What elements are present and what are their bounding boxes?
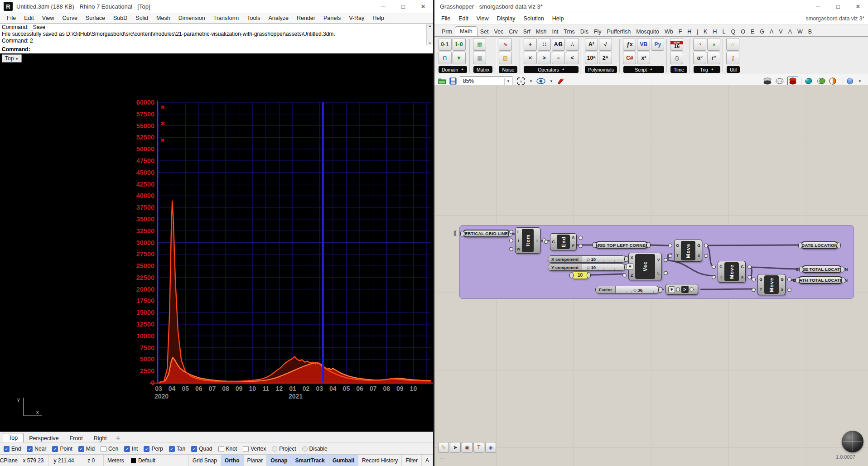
osnap-point[interactable]: ✓Point	[52, 446, 72, 452]
top-viewport[interactable]: Top▼ 02500500075001000012500150001750020…	[0, 53, 433, 432]
osnap-perp[interactable]: ✓Perp	[144, 446, 163, 452]
tab-a-24[interactable]: A	[767, 27, 776, 36]
status-cell-5[interactable]: Default	[128, 455, 189, 466]
zoom-level-combo[interactable]: 85% ▼	[460, 76, 512, 86]
display-quality-icon[interactable]	[846, 77, 854, 85]
zoom-extents-icon[interactable]: x	[517, 77, 525, 85]
component-move-move3[interactable]: GTMoveGX	[757, 274, 786, 295]
menu-transform[interactable]: Transform	[209, 15, 243, 21]
slider-factor[interactable]: Factor◇ 36	[595, 286, 660, 293]
custom-preview-icon[interactable]	[804, 77, 813, 85]
param-pill-gtlc[interactable]: GRID TOP LEFT CORNER	[595, 241, 648, 249]
osnap-near[interactable]: ✓Near	[27, 446, 46, 452]
slider-thumb[interactable]: ◇ 10	[587, 265, 596, 270]
tab-h-18[interactable]: H	[710, 27, 719, 36]
output-port-i[interactable]: i	[534, 238, 540, 243]
tab-a-26[interactable]: A	[786, 27, 795, 36]
ribbon-group-label-util[interactable]: Util	[727, 66, 740, 73]
output-port-G[interactable]: G	[779, 277, 785, 282]
osnap-disable[interactable]: Disable	[302, 446, 328, 452]
menu-help[interactable]: Help	[548, 15, 568, 22]
open-file-icon[interactable]	[438, 77, 446, 85]
menu-solution[interactable]: Solution	[520, 15, 548, 22]
slider-thumb[interactable]: ◇ 10	[587, 257, 596, 262]
component-move-move2[interactable]: GTMoveGX	[718, 261, 746, 283]
noise-graph-icon[interactable]: ∿	[499, 38, 512, 51]
menu-file[interactable]: File	[3, 15, 20, 21]
menu-subd[interactable]: SubD	[109, 15, 131, 21]
menu-curve[interactable]: Curve	[58, 15, 82, 21]
viewport-tab-front[interactable]: Front	[64, 434, 88, 443]
osnap-quad[interactable]: ✓Quad	[191, 446, 212, 452]
preview-eye-icon[interactable]	[536, 78, 545, 84]
ribbon-group-label-script[interactable]: Script✦	[623, 66, 664, 73]
status-toggle-filter[interactable]: Filter	[402, 455, 422, 466]
input-port-G[interactable]: G	[675, 243, 680, 248]
slider-sy[interactable]: Y component◇ 10	[548, 264, 626, 271]
multiplication-icon[interactable]: ✕	[524, 52, 537, 64]
smooth-numbers-icon[interactable]: ʃ	[726, 52, 739, 64]
maximize-button[interactable]: □	[393, 0, 413, 13]
menu-solid[interactable]: Solid	[131, 15, 152, 21]
param-pill-vgl[interactable]: VERTICAL GRID LINES	[463, 230, 510, 237]
smaller-than-icon[interactable]: <	[566, 52, 579, 64]
radians-icon[interactable]: r°	[707, 52, 720, 64]
checkbox-checked[interactable]: ✓	[124, 446, 130, 452]
close-button[interactable]: ✕	[848, 0, 868, 13]
output-port-V[interactable]: V	[690, 287, 693, 292]
deconstruct-domain-icon[interactable]: 1·0	[453, 38, 466, 51]
vb-script-icon[interactable]: VB	[637, 38, 650, 51]
degrees-icon[interactable]: α°	[693, 52, 706, 64]
viewport-tab-perspective[interactable]: Perspective	[24, 434, 64, 443]
tab-v-25[interactable]: V	[776, 27, 785, 36]
similarity-icon[interactable]: ∷	[538, 38, 551, 51]
scroll-down-icon[interactable]: ▼	[429, 42, 432, 45]
tab-h-15[interactable]: H	[685, 27, 694, 36]
tab-j-16[interactable]: j	[694, 27, 701, 36]
menu-view[interactable]: View	[473, 15, 493, 22]
component-move-move1[interactable]: GTMoveGX	[674, 240, 702, 262]
tab-e-22[interactable]: E	[748, 27, 757, 36]
number-panel-ten[interactable]: 10	[572, 271, 588, 279]
menu-display[interactable]: Display	[493, 15, 520, 22]
output-port-X[interactable]: X	[696, 254, 702, 258]
tab-crv-4[interactable]: Crv	[506, 27, 520, 36]
input-port-L[interactable]: L	[516, 230, 521, 234]
mass-addition-icon[interactable]: ∴	[566, 38, 579, 51]
ribbon-group-label-polynomials[interactable]: Polynomials	[585, 66, 617, 73]
checkbox-checked[interactable]: ✓	[191, 446, 197, 452]
tab-l-19[interactable]: L	[719, 27, 728, 36]
output-port-G[interactable]: G	[696, 243, 702, 248]
status-toggle-ortho[interactable]: Ortho	[221, 455, 244, 466]
menu-view[interactable]: View	[38, 15, 58, 21]
output-port-X[interactable]: X	[739, 275, 745, 279]
tab-wb-13[interactable]: Wb	[662, 27, 676, 36]
tab-q-20[interactable]: Q	[728, 27, 738, 36]
addition-icon[interactable]: +	[524, 38, 537, 51]
checkbox-checked[interactable]: ✓	[27, 446, 33, 452]
chevron-down-icon[interactable]: ▼	[550, 79, 553, 83]
ribbon-group-label-noise[interactable]: Noise	[499, 66, 517, 73]
wireframe-preview-icon[interactable]	[775, 77, 784, 85]
calendar-date-icon[interactable]: NOV16	[670, 38, 683, 51]
document-preview-icon[interactable]	[829, 77, 837, 85]
slider-track[interactable]: ◇ 36	[616, 286, 659, 293]
tab-g-23[interactable]: G	[757, 27, 767, 36]
input-port-T[interactable]: T	[675, 254, 680, 258]
osnap-end[interactable]: ✓End	[4, 446, 21, 452]
output-port-L[interactable]: L	[656, 271, 661, 275]
sketch-tool-icon[interactable]: ✎	[438, 442, 449, 453]
menu-edit[interactable]: Edit	[20, 15, 38, 21]
deconstruct-matrix-icon[interactable]: ▦	[473, 52, 486, 64]
tab-b-28[interactable]: B	[805, 27, 815, 36]
checkbox-disabled[interactable]	[272, 446, 277, 452]
subtraction-icon[interactable]: −	[552, 52, 565, 64]
remap-numbers-icon[interactable]: ▼	[453, 52, 466, 64]
tab-f-14[interactable]: F	[676, 27, 685, 36]
viewport-title-tab[interactable]: Top▼	[2, 54, 22, 62]
domain-bounds-icon[interactable]: ⊓	[439, 52, 452, 64]
status-cell-2[interactable]: y 211.44	[49, 455, 79, 466]
status-toggle-gumball[interactable]: Gumball	[329, 455, 358, 466]
status-cell-4[interactable]: Meters	[104, 455, 128, 466]
noise-cube-icon[interactable]: ▧	[499, 52, 512, 64]
